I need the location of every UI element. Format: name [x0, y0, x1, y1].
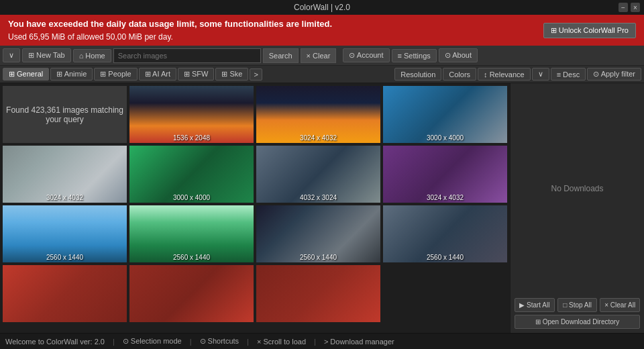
filter-tab-animie[interactable]: ⊞ Animie [50, 68, 93, 81]
image-cell-11[interactable] [3, 265, 127, 322]
warning-text: You have exceeded the daily data usage l… [8, 17, 332, 43]
search-input[interactable] [113, 48, 261, 63]
status-bar: Welcome to ColorWall ver: 2.0 | ⊙ Select… [0, 333, 644, 349]
downloads-area: No Downloads [511, 83, 644, 294]
filter-resolution[interactable]: Resolution [394, 68, 441, 81]
selection-mode[interactable]: ⊙ Selection mode [123, 337, 182, 346]
minimize-button[interactable]: − [619, 3, 628, 12]
image-cell-2[interactable]: 3000 x 4000 [383, 86, 507, 143]
image-cell-8[interactable]: 2560 x 1440 [129, 205, 254, 262]
filter-relevance-drop[interactable]: ∨ [532, 68, 549, 81]
image-cell-5[interactable]: 4032 x 3024 [256, 146, 380, 203]
filter-tab-ske[interactable]: ⊞ Ske [215, 68, 248, 81]
image-cell-13[interactable] [256, 265, 380, 322]
filter-end-tabs: Resolution Colors ↕ Relevance ∨ ≡ Desc ⊙… [394, 68, 641, 81]
image-grid-wrap[interactable]: Found 423,361 images matching your query… [0, 83, 510, 333]
toolbar: ∨ ⊞ New Tab ⌂ Home Search × Clear ⊙ Acco… [0, 46, 644, 66]
dl-btn-row-1: ▶ Start All □ Stop All × Clear All [515, 298, 640, 312]
welcome-status: Welcome to ColorWall ver: 2.0 [5, 338, 105, 346]
filter-tab-caa[interactable]: ⊞ AI Art [139, 68, 176, 81]
image-cell-1[interactable]: 3024 x 4032 [256, 86, 380, 143]
scroll-to-load[interactable]: × Scroll to load [257, 338, 306, 346]
image-cell-3[interactable]: 3024 x 4032 [3, 146, 127, 203]
image-cell-6[interactable]: 3024 x 4032 [383, 146, 507, 203]
new-tab-button[interactable]: ⊞ New Tab [22, 48, 71, 62]
image-cell-9[interactable]: 2560 x 1440 [256, 205, 380, 262]
warning-line1: You have exceeded the daily data usage l… [8, 19, 332, 29]
home-button[interactable]: ⌂ Home [73, 49, 111, 62]
dropdown-button[interactable]: ∨ [3, 48, 20, 62]
image-cell-0[interactable]: 1536 x 2048 [129, 86, 254, 143]
filter-apply[interactable]: ⊙ Apply filter [587, 68, 641, 81]
filter-tab-people[interactable]: ⊞ People [94, 68, 137, 81]
settings-button[interactable]: ≡ Settings [392, 49, 437, 62]
app-title: ColorWall | v2.0 [294, 3, 350, 12]
clear-button[interactable]: × Clear [301, 48, 337, 63]
main-content: Found 423,361 images matching your query… [0, 83, 644, 333]
account-button[interactable]: ⊙ Account [343, 48, 389, 62]
warning-banner: You have exceeded the daily data usage l… [0, 15, 644, 46]
clear-all-button[interactable]: × Clear All [600, 298, 640, 312]
image-grid: Found 423,361 images matching your query… [3, 86, 507, 322]
right-panel: No Downloads ▶ Start All □ Stop All × Cl… [510, 83, 644, 333]
download-manager-status[interactable]: > Download manager [324, 338, 394, 346]
shortcuts-status[interactable]: ⊙ Shortcuts [200, 337, 239, 346]
found-images-info: Found 423,361 images matching your query [3, 86, 127, 143]
warning-line2: Used 65,95 MiB of allowed 50,00 MiB per … [8, 32, 173, 42]
filter-tab-sfw[interactable]: ⊞ SFW [178, 68, 215, 81]
close-button[interactable]: × [631, 3, 640, 12]
search-button[interactable]: Search [263, 48, 299, 63]
about-button[interactable]: ⊙ About [439, 48, 478, 62]
filter-bar: ⊞ General ⊞ Animie ⊞ People ⊞ AI Art ⊞ S… [0, 66, 644, 83]
search-wrap [113, 48, 261, 63]
image-cell-10[interactable]: 2560 x 1440 [383, 205, 507, 262]
image-cell-4[interactable]: 3000 x 4000 [129, 146, 254, 203]
stop-all-button[interactable]: □ Stop All [557, 298, 598, 312]
unlock-pro-button[interactable]: ⊞ Unlock ColorWall Pro [543, 23, 636, 38]
open-download-dir-button[interactable]: ⊞ Open Download Directory [515, 315, 640, 329]
found-text: Found 423,361 images matching your query [3, 105, 127, 124]
filter-more-button[interactable]: > [250, 68, 262, 81]
filter-tab-general[interactable]: ⊞ General [3, 68, 49, 81]
title-bar: ColorWall | v2.0 − × [0, 0, 644, 15]
image-cell-7[interactable]: 2560 x 1440 [3, 205, 127, 262]
filter-colors[interactable]: Colors [443, 68, 476, 81]
no-downloads-label: No Downloads [551, 184, 603, 193]
start-all-button[interactable]: ▶ Start All [515, 298, 555, 312]
filter-desc[interactable]: ≡ Desc [551, 68, 586, 81]
download-controls: ▶ Start All □ Stop All × Clear All ⊞ Ope… [511, 294, 644, 333]
filter-relevance[interactable]: ↕ Relevance [478, 68, 531, 81]
image-cell-12[interactable] [129, 265, 254, 322]
title-bar-controls: − × [619, 3, 640, 12]
